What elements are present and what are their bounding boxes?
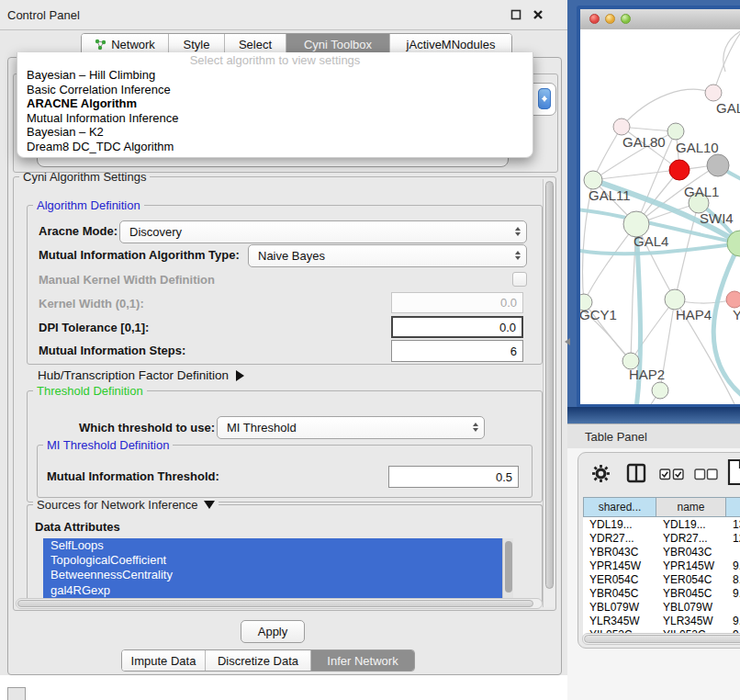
network-node[interactable] xyxy=(667,123,684,140)
settings-vertical-scrollbar[interactable] xyxy=(543,179,555,607)
mi-steps-input[interactable]: 6 xyxy=(391,340,523,362)
zoom-traffic-light-icon[interactable] xyxy=(621,14,631,24)
tab-infer-network[interactable]: Infer Network xyxy=(310,650,414,671)
tab-cyni-toolbox[interactable]: Cyni Toolbox xyxy=(286,34,389,54)
network-canvas[interactable]: GALGAL80GAL10GAL1GAL11SWI4GAL4GCY1HAP4YH… xyxy=(580,29,740,404)
tab-network-label: Network xyxy=(111,38,155,51)
table-toolbar xyxy=(578,453,740,495)
sources-group-title[interactable]: Sources for Network Inference xyxy=(33,498,219,514)
control-panel-titlebar: Control Panel xyxy=(0,0,567,30)
network-node[interactable] xyxy=(652,382,668,399)
table-row[interactable]: YDR27...YDR27...12 xyxy=(583,531,740,545)
node-table: shared...nameA YDL19...YDL19...13YDR27..… xyxy=(583,497,740,641)
network-node[interactable] xyxy=(707,154,729,176)
node-label: HAP4 xyxy=(676,307,712,322)
float-window-icon[interactable] xyxy=(510,9,521,20)
network-node[interactable] xyxy=(669,160,690,180)
unchecked-checkboxes-icon[interactable] xyxy=(694,469,718,480)
tab-network[interactable]: Network xyxy=(82,34,168,54)
settings-hscroll-thumb[interactable] xyxy=(17,600,533,607)
table-panel-titlebar: Table Panel xyxy=(567,423,740,449)
attributes-scrollbar-thumb[interactable] xyxy=(505,541,512,593)
which-threshold-combobox[interactable]: MI Threshold xyxy=(217,416,485,439)
mi-type-combobox[interactable]: Naive Bayes xyxy=(248,244,527,267)
settings-gear-icon[interactable] xyxy=(591,464,611,483)
close-traffic-light-icon[interactable] xyxy=(589,14,600,24)
kernel-width-label: Kernel Width (0,1): xyxy=(39,297,144,310)
tab-style[interactable]: Style xyxy=(168,34,224,54)
data-attribute-item[interactable]: TopologicalCoefficient xyxy=(43,553,513,568)
network-edge[interactable] xyxy=(713,31,740,93)
table-column-header[interactable]: name xyxy=(656,497,726,517)
combo-arrows-icon xyxy=(515,221,521,243)
table-cell: 12 xyxy=(726,531,740,545)
mi-threshold-input[interactable]: 0.5 xyxy=(388,466,519,488)
table-row[interactable]: YLR345WYLR345W9. xyxy=(583,614,740,627)
network-edge[interactable] xyxy=(723,29,740,72)
algorithm-option[interactable]: Mutual Information Inference xyxy=(17,111,533,126)
tab-select[interactable]: Select xyxy=(224,34,286,54)
manual-kernel-checkbox[interactable] xyxy=(512,272,527,287)
network-node[interactable] xyxy=(705,85,722,101)
table-row[interactable]: YPR145WYPR145W9. xyxy=(583,559,740,572)
splitpane-collapse-icon[interactable] xyxy=(561,338,570,345)
kernel-width-input[interactable]: 0.0 xyxy=(391,292,523,313)
table-cell: YER054C xyxy=(656,572,726,586)
node-label: GAL10 xyxy=(676,140,719,155)
combo-arrows-icon xyxy=(515,245,521,266)
document-icon[interactable] xyxy=(727,458,740,486)
network-node[interactable] xyxy=(726,291,740,308)
minimize-traffic-light-icon[interactable] xyxy=(605,14,615,24)
settings-vscroll-thumb[interactable] xyxy=(545,181,554,589)
aracne-mode-combobox[interactable]: Discovery xyxy=(119,220,527,243)
network-node[interactable] xyxy=(613,119,630,135)
combo-spinner-focused[interactable] xyxy=(538,88,551,109)
table-cell: YDL19... xyxy=(583,517,656,531)
aracne-mode-value: Discovery xyxy=(129,225,182,239)
hub-definition-expander[interactable]: Hub/Transcription Factor Definition xyxy=(38,368,250,382)
column-layout-icon[interactable] xyxy=(626,463,646,483)
algorithm-option[interactable]: ARACNE Algorithm xyxy=(17,96,533,111)
checked-checkboxes-icon[interactable] xyxy=(659,469,685,480)
network-edge[interactable] xyxy=(584,224,636,302)
tab-jactivemnodules[interactable]: jActiveMNodules xyxy=(389,34,511,54)
table-cell: YBL079W xyxy=(656,600,726,614)
network-edge[interactable] xyxy=(631,299,675,361)
table-row[interactable]: YBR045CYBR045C9. xyxy=(583,586,740,600)
data-attribute-item[interactable]: BetweennessCentrality xyxy=(43,568,513,582)
apply-button[interactable]: Apply xyxy=(241,620,305,643)
tab-discretize-data[interactable]: Discretize Data xyxy=(205,650,310,671)
algorithm-option[interactable]: Basic Correlation Inference xyxy=(17,83,533,97)
mi-threshold-group: MI Threshold Definition Mutual Informati… xyxy=(37,445,533,498)
table-column-header[interactable]: A xyxy=(726,497,740,517)
node-label: SWI4 xyxy=(700,210,734,226)
node-label: Y xyxy=(733,307,740,322)
table-row[interactable]: YER054CYER054C8. xyxy=(583,572,740,586)
table-row[interactable]: YBL079WYBL079W xyxy=(583,600,740,614)
data-attributes-listbox[interactable]: SelfLoopsTopologicalCoefficientBetweenne… xyxy=(43,538,513,601)
settings-horizontal-scrollbar[interactable] xyxy=(16,598,543,609)
table-cell: 8. xyxy=(726,572,740,586)
table-panel-window: shared...nameA YDL19...YDL19...13YDR27..… xyxy=(577,452,740,649)
sources-group: Sources for Network Inference Data Attri… xyxy=(27,504,543,604)
tab-impute-data[interactable]: Impute Data xyxy=(122,650,205,671)
data-attribute-item[interactable]: SelfLoops xyxy=(43,538,513,553)
table-scrollbar-thumb[interactable] xyxy=(584,635,740,643)
attributes-vertical-scrollbar[interactable] xyxy=(502,538,513,601)
table-row[interactable]: YDL19...YDL19...13 xyxy=(583,517,740,531)
network-node[interactable] xyxy=(584,171,602,189)
network-window-titlebar[interactable] xyxy=(580,9,740,30)
table-column-header[interactable]: shared... xyxy=(583,497,656,517)
table-row[interactable]: YBR043CYBR043C xyxy=(583,545,740,559)
close-window-icon[interactable] xyxy=(533,9,544,20)
algorithm-option[interactable]: Bayesian – Hill Climbing xyxy=(17,68,533,83)
algorithm-option[interactable]: Bayesian – K2 xyxy=(17,125,533,140)
algorithm-option[interactable]: Dream8 DC_TDC Algorithm xyxy=(17,140,533,154)
algorithm-definition-title: Algorithm Definition xyxy=(33,198,144,212)
dpi-tolerance-input[interactable]: 0.0 xyxy=(391,316,523,338)
minimized-window-icon[interactable] xyxy=(7,687,26,700)
network-edge[interactable] xyxy=(622,89,713,127)
table-horizontal-scrollbar[interactable] xyxy=(582,633,740,645)
node-label: GAL4 xyxy=(633,233,668,249)
data-attribute-item[interactable]: gal4RGexp xyxy=(43,583,513,598)
